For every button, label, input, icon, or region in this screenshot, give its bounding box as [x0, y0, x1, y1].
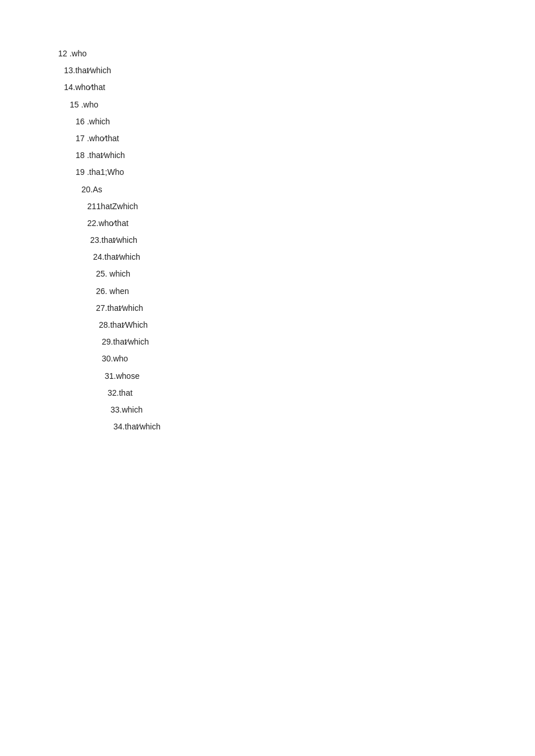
item-32: 32.that [58, 386, 477, 400]
item-13: 13.that⁄which [58, 63, 477, 78]
item-23: 23.that⁄which [58, 233, 477, 248]
item-28: 28.that⁄Which [58, 318, 477, 332]
item-25: 25. which [58, 267, 477, 281]
item-33: 33.which [58, 403, 477, 417]
item-20: 20.As [58, 182, 477, 197]
item-27: 27.that⁄which [58, 301, 477, 316]
item-31: 31.whose [58, 369, 477, 384]
item-29: 29.that⁄which [58, 335, 477, 349]
item-21: 211hatZwhich [58, 199, 477, 214]
item-30: 30.who [58, 352, 477, 366]
item-18: 18 .that⁄which [58, 148, 477, 163]
item-26: 26. when [58, 284, 477, 299]
item-19: 19 .tha1;Who [58, 165, 477, 180]
item-22: 22.who⁄that [58, 216, 477, 231]
item-34: 34.that⁄which [58, 420, 477, 434]
item-24: 24.that⁄which [58, 250, 477, 264]
item-12: 12 .who [58, 46, 477, 61]
item-14: 14.who⁄that [58, 80, 477, 95]
item-17: 17 .who⁄that [58, 131, 477, 146]
main-content: 12 .who13.that⁄which14.who⁄that15 .who16… [0, 0, 535, 483]
item-16: 16 .which [58, 114, 477, 129]
item-15: 15 .who [58, 98, 477, 112]
